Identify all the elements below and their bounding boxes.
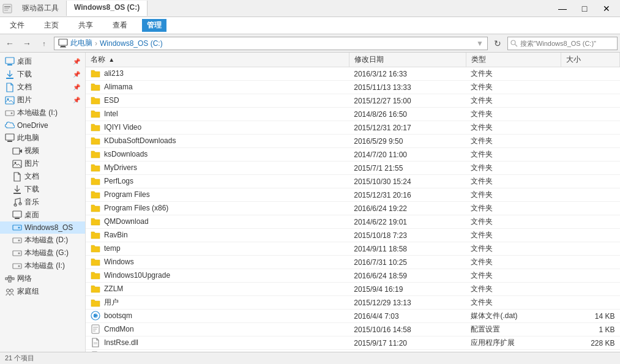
- sidebar-item-document2[interactable]: 文档: [0, 170, 85, 183]
- table-row[interactable]: temp2014/9/11 18:58文件夹: [86, 242, 620, 256]
- col-type[interactable]: 类型: [466, 53, 561, 67]
- file-size-cell: [561, 94, 620, 108]
- file-name-label: ali213: [104, 69, 124, 78]
- table-row[interactable]: ESD2015/12/27 15:00文件夹: [86, 94, 620, 108]
- download2-icon: [12, 185, 22, 195]
- sidebar-item-drive-i[interactable]: 本地磁盘 (I:): [0, 106, 85, 119]
- table-row[interactable]: Program Files2015/12/31 20:16文件夹: [86, 188, 620, 202]
- pin-icon: 📌: [73, 97, 80, 103]
- tab-windows8-os[interactable]: Windows8_OS (C:): [67, 1, 148, 16]
- search-bar[interactable]: [507, 37, 618, 50]
- sidebar-item-thispc[interactable]: 此电脑: [0, 132, 85, 144]
- sidebar-item-drive-i2[interactable]: 本地磁盘 (I:): [0, 259, 85, 272]
- file-date-cell: 2015/12/27 15:00: [349, 94, 466, 108]
- svg-rect-26: [15, 218, 20, 219]
- svg-rect-14: [6, 111, 14, 116]
- table-row[interactable]: IQIYI Video2015/12/31 20:17文件夹: [86, 121, 620, 135]
- file-date-cell: 2014/7/20 11:00: [349, 148, 466, 162]
- table-row[interactable]: Intel2014/8/26 16:50文件夹: [86, 108, 620, 121]
- back-button[interactable]: ←: [2, 36, 17, 51]
- col-date[interactable]: 修改日期: [349, 53, 466, 67]
- file-date-cell: 2015/12/31 20:17: [349, 121, 466, 135]
- file-name-cell: ZZLM: [86, 283, 349, 295]
- ribbon-tab-manage[interactable]: 管理: [142, 19, 166, 32]
- breadcrumb-bar[interactable]: 此电脑 › Windows8_OS (C:) ▼: [54, 37, 488, 50]
- drive-icon: [5, 108, 15, 118]
- tab-driver-tools[interactable]: 驱动器工具: [15, 1, 67, 16]
- svg-rect-22: [13, 193, 21, 194]
- table-row[interactable]: Windows10Upgrade2016/6/24 18:59文件夹: [86, 269, 620, 283]
- table-row[interactable]: InstRse.dll2015/9/17 11:20应用程序扩展228 KB: [86, 336, 620, 350]
- ribbon-tab-view[interactable]: 查看: [108, 19, 132, 32]
- sidebar-item-homegroup[interactable]: 家庭组: [0, 285, 85, 298]
- svg-point-7: [511, 40, 515, 45]
- breadcrumb-dropdown[interactable]: ▼: [476, 39, 484, 48]
- sidebar-item-windows8[interactable]: Windows8_OS: [0, 221, 85, 234]
- file-size-cell: [561, 121, 620, 135]
- table-row[interactable]: Program Files (x86)2016/6/24 19:22文件夹: [86, 202, 620, 215]
- ribbon-tab-home[interactable]: 主页: [39, 19, 64, 32]
- sidebar-item-download-pin[interactable]: 下载 📌: [0, 68, 85, 81]
- close-button[interactable]: ✕: [596, 0, 618, 17]
- title-tabs: 驱动器工具 Windows8_OS (C:): [15, 1, 551, 16]
- file-date-cell: 2015/10/18 7:23: [349, 229, 466, 242]
- search-input[interactable]: [520, 40, 614, 47]
- sidebar-item-download2[interactable]: 下载: [0, 183, 85, 196]
- file-name-cell: Program Files (x86): [86, 202, 349, 214]
- file-date-cell: 2015/7/12 14:29: [349, 350, 466, 352]
- table-row[interactable]: PerfLogs2015/10/30 15:24文件夹: [86, 175, 620, 188]
- sidebar-item-drive-g[interactable]: 本地磁盘 (G:): [0, 247, 85, 259]
- up-button[interactable]: ↑: [37, 36, 51, 51]
- file-name-cell: Intel: [86, 108, 349, 120]
- file-size-cell: [561, 256, 620, 269]
- sidebar-item-drive-d[interactable]: 本地磁盘 (D:): [0, 234, 85, 247]
- ribbon-tab-share[interactable]: 共享: [73, 19, 98, 32]
- col-size[interactable]: 大小: [561, 53, 620, 67]
- table-row[interactable]: 用户2015/12/29 13:13文件夹: [86, 296, 620, 310]
- breadcrumb-drive[interactable]: Windows8_OS (C:): [100, 39, 163, 48]
- col-name[interactable]: 名称 ▲: [86, 53, 349, 67]
- folder-icon: [91, 109, 100, 119]
- sidebar-item-desktop-pin[interactable]: 桌面 📌: [0, 55, 85, 68]
- ribbon-tab-file[interactable]: 文件: [5, 19, 29, 32]
- svg-rect-36: [9, 276, 11, 278]
- minimize-button[interactable]: —: [551, 0, 573, 17]
- maximize-button[interactable]: □: [573, 0, 596, 17]
- file-size-cell: 1 KB: [561, 323, 620, 336]
- svg-rect-33: [13, 264, 21, 269]
- file-date-cell: 2015/9/4 16:19: [349, 283, 466, 296]
- table-row[interactable]: Alimama2015/11/13 13:33文件夹: [86, 81, 620, 94]
- table-row[interactable]: league of legends.lg2015/7/12 14:29LG 文件…: [86, 350, 620, 352]
- table-row[interactable]: bootsqm2016/4/4 7:03媒体文件(.dat)14 KB: [86, 310, 620, 323]
- forward-button[interactable]: →: [20, 36, 34, 51]
- file-type-cell: 文件夹: [466, 296, 561, 310]
- table-row[interactable]: ZZLM2015/9/4 16:19文件夹: [86, 283, 620, 296]
- table-row[interactable]: KDubaSoftDownloads2016/5/29 9:50文件夹: [86, 135, 620, 148]
- svg-rect-3: [4, 10, 8, 11]
- sidebar-item-document-pin[interactable]: 文档 📌: [0, 81, 85, 94]
- table-row[interactable]: ksDownloads2014/7/20 11:00文件夹: [86, 148, 620, 162]
- sidebar-item-music[interactable]: 音乐: [0, 196, 85, 209]
- table-row[interactable]: MyDrivers2015/7/1 21:55文件夹: [86, 162, 620, 175]
- desktop-icon: [5, 57, 15, 67]
- file-name-cell: temp: [86, 242, 349, 254]
- table-row[interactable]: QMDownload2014/6/22 19:01文件夹: [86, 215, 620, 229]
- table-row[interactable]: ali2132016/3/12 16:33文件夹: [86, 67, 620, 81]
- sidebar-item-onedrive[interactable]: OneDrive: [0, 119, 85, 132]
- file-size-cell: [561, 296, 620, 310]
- table-row[interactable]: CmdMon2015/10/16 14:58配置设置1 KB: [86, 323, 620, 336]
- sidebar-item-video[interactable]: 视频: [0, 144, 85, 157]
- breadcrumb-pc[interactable]: 此电脑: [70, 38, 92, 48]
- sidebar-item-image-pin[interactable]: 图片 📌: [0, 94, 85, 106]
- file-size-cell: [561, 229, 620, 242]
- svg-rect-20: [13, 160, 21, 168]
- cloud-icon: [5, 121, 15, 130]
- table-row[interactable]: Windows2016/7/31 10:25文件夹: [86, 256, 620, 269]
- svg-marker-46: [94, 314, 98, 318]
- sidebar-item-network[interactable]: 网络: [0, 272, 85, 285]
- sidebar-item-desktop2[interactable]: 桌面: [0, 209, 85, 221]
- refresh-button[interactable]: ↻: [490, 36, 505, 51]
- sidebar-item-image[interactable]: 图片: [0, 157, 85, 170]
- table-row[interactable]: RavBin2015/10/18 7:23文件夹: [86, 229, 620, 242]
- file-icon: [91, 338, 100, 347]
